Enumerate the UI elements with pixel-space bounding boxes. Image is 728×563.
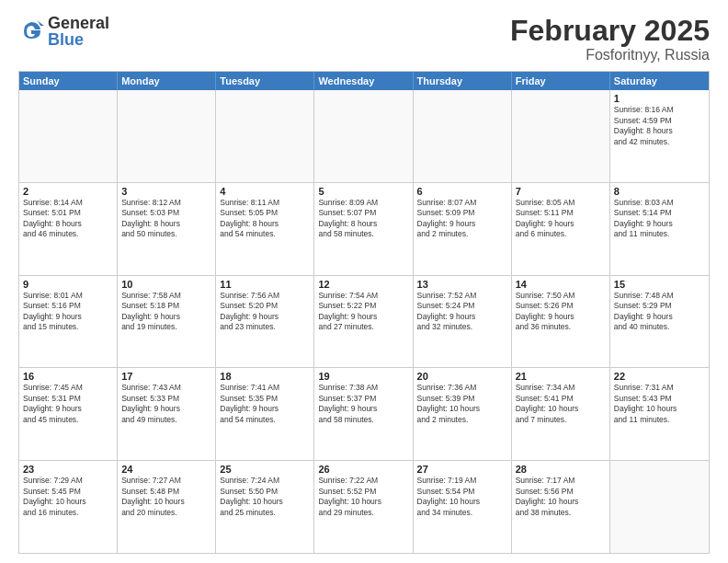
day-details: Sunrise: 7:48 AM Sunset: 5:29 PM Dayligh… bbox=[614, 291, 705, 333]
calendar-header-cell: Saturday bbox=[610, 72, 709, 90]
calendar-title: February 2025 bbox=[510, 15, 710, 47]
calendar-cell bbox=[414, 90, 512, 182]
day-details: Sunrise: 7:50 AM Sunset: 5:26 PM Dayligh… bbox=[516, 291, 606, 333]
calendar-cell bbox=[314, 90, 413, 182]
day-number: 4 bbox=[220, 186, 310, 197]
day-details: Sunrise: 8:03 AM Sunset: 5:14 PM Dayligh… bbox=[614, 198, 705, 240]
calendar-cell: 18Sunrise: 7:41 AM Sunset: 5:35 PM Dayli… bbox=[216, 368, 314, 460]
day-number: 3 bbox=[121, 186, 211, 197]
day-details: Sunrise: 7:29 AM Sunset: 5:45 PM Dayligh… bbox=[23, 476, 113, 518]
day-number: 27 bbox=[417, 464, 507, 475]
day-details: Sunrise: 7:24 AM Sunset: 5:50 PM Dayligh… bbox=[220, 476, 310, 518]
calendar-cell: 23Sunrise: 7:29 AM Sunset: 5:45 PM Dayli… bbox=[19, 461, 118, 553]
day-details: Sunrise: 8:09 AM Sunset: 5:07 PM Dayligh… bbox=[318, 198, 408, 240]
calendar-cell: 1Sunrise: 8:16 AM Sunset: 4:59 PM Daylig… bbox=[610, 90, 709, 182]
calendar-cell: 17Sunrise: 7:43 AM Sunset: 5:33 PM Dayli… bbox=[118, 368, 216, 460]
calendar-subtitle: Fosforitnyy, Russia bbox=[510, 47, 710, 63]
logo-general: General bbox=[48, 15, 109, 31]
day-number: 15 bbox=[614, 279, 705, 290]
day-number: 16 bbox=[23, 371, 113, 382]
calendar-body: 1Sunrise: 8:16 AM Sunset: 4:59 PM Daylig… bbox=[19, 90, 709, 553]
day-details: Sunrise: 7:58 AM Sunset: 5:18 PM Dayligh… bbox=[121, 291, 211, 333]
calendar-cell bbox=[610, 461, 709, 553]
calendar-cell: 20Sunrise: 7:36 AM Sunset: 5:39 PM Dayli… bbox=[414, 368, 512, 460]
calendar-cell: 26Sunrise: 7:22 AM Sunset: 5:52 PM Dayli… bbox=[314, 461, 413, 553]
calendar-header-cell: Thursday bbox=[414, 72, 512, 90]
calendar-cell: 28Sunrise: 7:17 AM Sunset: 5:56 PM Dayli… bbox=[512, 461, 610, 553]
calendar-cell: 2Sunrise: 8:14 AM Sunset: 5:01 PM Daylig… bbox=[19, 183, 118, 275]
day-details: Sunrise: 7:38 AM Sunset: 5:37 PM Dayligh… bbox=[318, 383, 408, 425]
page: General Blue February 2025 Fosforitnyy, … bbox=[0, 0, 728, 563]
calendar-cell bbox=[512, 90, 610, 182]
day-details: Sunrise: 8:05 AM Sunset: 5:11 PM Dayligh… bbox=[516, 198, 606, 240]
calendar-cell: 3Sunrise: 8:12 AM Sunset: 5:03 PM Daylig… bbox=[118, 183, 216, 275]
calendar-week-row: 1Sunrise: 8:16 AM Sunset: 4:59 PM Daylig… bbox=[19, 90, 709, 182]
day-details: Sunrise: 7:34 AM Sunset: 5:41 PM Dayligh… bbox=[516, 383, 606, 425]
day-number: 18 bbox=[220, 371, 310, 382]
calendar-cell: 5Sunrise: 8:09 AM Sunset: 5:07 PM Daylig… bbox=[314, 183, 413, 275]
day-number: 25 bbox=[220, 464, 310, 475]
calendar-header-cell: Friday bbox=[512, 72, 610, 90]
day-number: 7 bbox=[516, 186, 606, 197]
day-details: Sunrise: 8:01 AM Sunset: 5:16 PM Dayligh… bbox=[23, 291, 113, 333]
calendar-cell bbox=[216, 90, 314, 182]
day-details: Sunrise: 7:56 AM Sunset: 5:20 PM Dayligh… bbox=[220, 291, 310, 333]
calendar-cell: 24Sunrise: 7:27 AM Sunset: 5:48 PM Dayli… bbox=[118, 461, 216, 553]
day-number: 9 bbox=[23, 279, 113, 290]
day-details: Sunrise: 8:07 AM Sunset: 5:09 PM Dayligh… bbox=[417, 198, 507, 240]
logo: General Blue bbox=[18, 15, 109, 48]
day-details: Sunrise: 7:45 AM Sunset: 5:31 PM Dayligh… bbox=[23, 383, 113, 425]
calendar-header-cell: Tuesday bbox=[216, 72, 314, 90]
day-details: Sunrise: 7:19 AM Sunset: 5:54 PM Dayligh… bbox=[417, 476, 507, 518]
calendar-header-cell: Wednesday bbox=[314, 72, 413, 90]
calendar-cell: 27Sunrise: 7:19 AM Sunset: 5:54 PM Dayli… bbox=[414, 461, 512, 553]
calendar-cell: 21Sunrise: 7:34 AM Sunset: 5:41 PM Dayli… bbox=[512, 368, 610, 460]
day-details: Sunrise: 7:31 AM Sunset: 5:43 PM Dayligh… bbox=[614, 383, 705, 425]
day-details: Sunrise: 7:43 AM Sunset: 5:33 PM Dayligh… bbox=[121, 383, 211, 425]
calendar-week-row: 16Sunrise: 7:45 AM Sunset: 5:31 PM Dayli… bbox=[19, 367, 709, 460]
day-number: 5 bbox=[318, 186, 408, 197]
day-number: 22 bbox=[614, 371, 705, 382]
day-number: 13 bbox=[417, 279, 507, 290]
calendar-cell bbox=[19, 90, 118, 182]
day-details: Sunrise: 8:12 AM Sunset: 5:03 PM Dayligh… bbox=[121, 198, 211, 240]
day-details: Sunrise: 7:52 AM Sunset: 5:24 PM Dayligh… bbox=[417, 291, 507, 333]
day-details: Sunrise: 7:54 AM Sunset: 5:22 PM Dayligh… bbox=[318, 291, 408, 333]
calendar-header-cell: Sunday bbox=[19, 72, 118, 90]
day-details: Sunrise: 8:11 AM Sunset: 5:05 PM Dayligh… bbox=[220, 198, 310, 240]
day-details: Sunrise: 7:27 AM Sunset: 5:48 PM Dayligh… bbox=[121, 476, 211, 518]
title-block: February 2025 Fosforitnyy, Russia bbox=[510, 15, 710, 63]
day-number: 6 bbox=[417, 186, 507, 197]
day-details: Sunrise: 7:22 AM Sunset: 5:52 PM Dayligh… bbox=[318, 476, 408, 518]
calendar-cell: 16Sunrise: 7:45 AM Sunset: 5:31 PM Dayli… bbox=[19, 368, 118, 460]
calendar-cell: 10Sunrise: 7:58 AM Sunset: 5:18 PM Dayli… bbox=[118, 276, 216, 368]
logo-blue: Blue bbox=[48, 31, 109, 48]
logo-icon bbox=[18, 18, 44, 44]
day-number: 2 bbox=[23, 186, 113, 197]
calendar-cell: 12Sunrise: 7:54 AM Sunset: 5:22 PM Dayli… bbox=[314, 276, 413, 368]
calendar: SundayMondayTuesdayWednesdayThursdayFrid… bbox=[18, 71, 710, 554]
calendar-cell: 13Sunrise: 7:52 AM Sunset: 5:24 PM Dayli… bbox=[414, 276, 512, 368]
calendar-header-row: SundayMondayTuesdayWednesdayThursdayFrid… bbox=[19, 72, 709, 90]
calendar-cell: 4Sunrise: 8:11 AM Sunset: 5:05 PM Daylig… bbox=[216, 183, 314, 275]
day-number: 19 bbox=[318, 371, 408, 382]
day-details: Sunrise: 7:17 AM Sunset: 5:56 PM Dayligh… bbox=[516, 476, 606, 518]
day-number: 23 bbox=[23, 464, 113, 475]
day-number: 17 bbox=[121, 371, 211, 382]
calendar-cell: 8Sunrise: 8:03 AM Sunset: 5:14 PM Daylig… bbox=[610, 183, 709, 275]
calendar-cell: 14Sunrise: 7:50 AM Sunset: 5:26 PM Dayli… bbox=[512, 276, 610, 368]
header: General Blue February 2025 Fosforitnyy, … bbox=[18, 15, 710, 63]
day-number: 21 bbox=[516, 371, 606, 382]
calendar-header-cell: Monday bbox=[118, 72, 216, 90]
calendar-cell: 6Sunrise: 8:07 AM Sunset: 5:09 PM Daylig… bbox=[414, 183, 512, 275]
calendar-week-row: 23Sunrise: 7:29 AM Sunset: 5:45 PM Dayli… bbox=[19, 460, 709, 553]
day-details: Sunrise: 7:41 AM Sunset: 5:35 PM Dayligh… bbox=[220, 383, 310, 425]
day-details: Sunrise: 8:16 AM Sunset: 4:59 PM Dayligh… bbox=[614, 105, 705, 147]
day-number: 11 bbox=[220, 279, 310, 290]
calendar-cell: 19Sunrise: 7:38 AM Sunset: 5:37 PM Dayli… bbox=[314, 368, 413, 460]
day-number: 20 bbox=[417, 371, 507, 382]
day-number: 24 bbox=[121, 464, 211, 475]
day-number: 28 bbox=[516, 464, 606, 475]
calendar-week-row: 9Sunrise: 8:01 AM Sunset: 5:16 PM Daylig… bbox=[19, 275, 709, 368]
calendar-cell: 7Sunrise: 8:05 AM Sunset: 5:11 PM Daylig… bbox=[512, 183, 610, 275]
